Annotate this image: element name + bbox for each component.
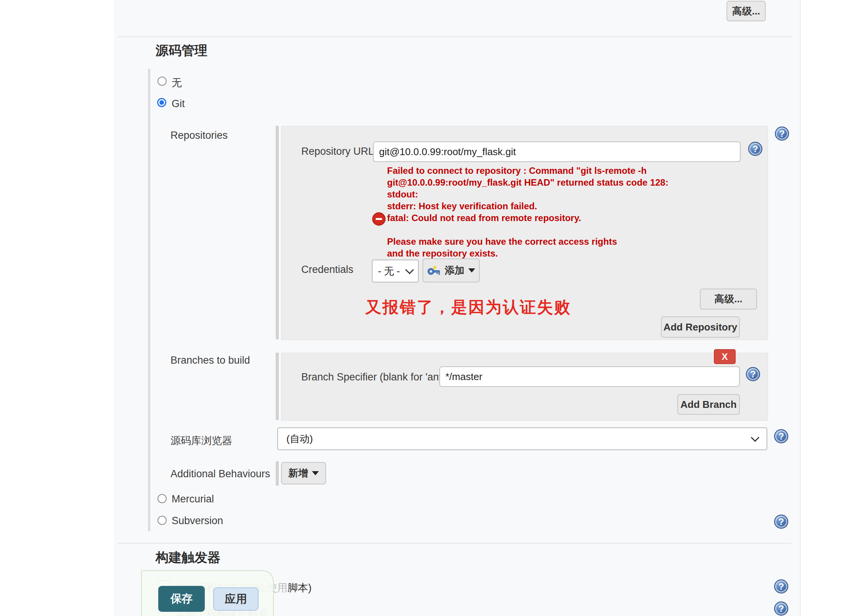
radio-scm-none-label: 无	[172, 76, 182, 90]
branches-strip	[276, 353, 279, 420]
apply-button[interactable]: 应用	[213, 587, 259, 611]
add-behaviour-label: 新增	[288, 467, 308, 480]
build-triggers-section-title: 构建触发器	[156, 549, 220, 566]
credentials-select[interactable]: - 无 -	[372, 260, 419, 282]
chevron-down-icon	[405, 266, 414, 274]
add-repository-button[interactable]: Add Repository	[661, 316, 740, 338]
repository-url-label: Repository URL	[301, 146, 374, 157]
other-projects-trigger-help-icon[interactable]: ?	[774, 602, 788, 616]
add-behaviour-button[interactable]: 新增	[281, 462, 326, 484]
chevron-down-icon	[751, 433, 760, 442]
credentials-select-value: - 无 -	[378, 265, 400, 278]
additional-behaviours-strip	[276, 461, 279, 486]
radio-scm-subversion[interactable]	[158, 516, 167, 525]
branches-section-label: Branches to build	[170, 355, 250, 366]
radio-scm-git[interactable]	[157, 98, 166, 107]
branch-specifier-label: Branch Specifier (blank for 'any')	[301, 371, 449, 383]
repository-error-message: Failed to connect to repository : Comman…	[387, 165, 669, 259]
branch-specifier-help-icon[interactable]: ?	[746, 367, 760, 381]
repository-advanced-button[interactable]: 高级...	[700, 289, 757, 310]
repository-url-help-icon[interactable]: ?	[748, 142, 762, 156]
repo-browser-help-icon[interactable]: ?	[774, 429, 788, 443]
radio-scm-git-label: Git	[172, 98, 185, 110]
remote-trigger-help-icon[interactable]: ?	[774, 579, 788, 594]
dropdown-caret-icon	[312, 471, 319, 475]
remote-trigger-visible-text: 脚本)	[288, 582, 312, 594]
radio-scm-subversion-label: Subversion	[172, 515, 223, 527]
additional-behaviours-label: Additional Behaviours	[170, 468, 270, 480]
radio-scm-mercurial[interactable]	[158, 494, 167, 503]
add-credential-label: 添加	[445, 264, 464, 277]
repositories-section-label: Repositories	[170, 130, 228, 141]
repo-browser-select[interactable]: (自动)	[277, 427, 767, 450]
jenkins-config-page: 高级... 源码管理 无 Git Repositories ? Reposito…	[0, 0, 855, 616]
section-divider	[118, 36, 791, 37]
repositories-strip	[276, 126, 279, 339]
scm-section-title: 源码管理	[156, 42, 207, 59]
radio-scm-none[interactable]	[158, 77, 167, 86]
branch-specifier-input[interactable]	[439, 366, 740, 387]
scm-section-strip	[148, 69, 150, 531]
add-credential-button[interactable]: 添加	[423, 258, 480, 282]
radio-scm-mercurial-label: Mercurial	[172, 493, 214, 505]
key-icon	[427, 265, 441, 276]
error-annotation-text: 又报错了，是因为认证失败	[365, 297, 571, 318]
section-divider	[118, 543, 791, 544]
repository-url-input[interactable]	[373, 141, 741, 162]
save-button[interactable]: 保存	[158, 586, 205, 612]
dropdown-caret-icon	[468, 268, 475, 273]
repositories-help-icon[interactable]: ?	[775, 127, 789, 141]
repo-browser-label: 源码库浏览器	[170, 434, 232, 448]
remove-branch-button[interactable]: X	[714, 349, 736, 364]
add-branch-button[interactable]: Add Branch	[677, 394, 740, 415]
error-stop-icon	[372, 212, 386, 226]
advanced-top-button[interactable]: 高级...	[726, 1, 766, 21]
repo-browser-select-value: (自动)	[286, 432, 313, 446]
credentials-label: Credentials	[301, 264, 354, 276]
subversion-help-icon[interactable]: ?	[774, 515, 788, 529]
